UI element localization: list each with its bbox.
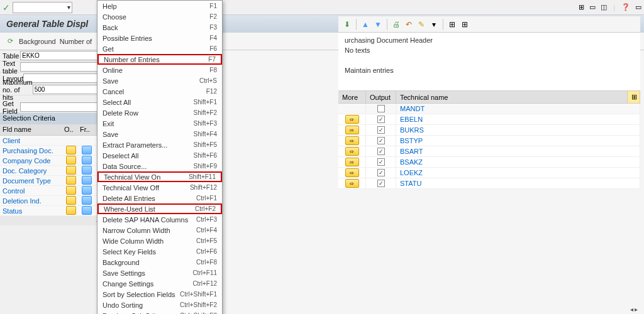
undo-icon[interactable]: ↶ (404, 19, 414, 30)
criteria-row[interactable]: Control (0, 186, 106, 196)
menu-item[interactable]: Number of EntriesF7 (97, 54, 222, 65)
from-icon[interactable] (82, 156, 92, 165)
option-icon[interactable] (66, 146, 76, 154)
menu-item[interactable]: Where-Used ListCtrl+F2 (97, 203, 222, 214)
criteria-row[interactable]: Company Code (0, 156, 106, 166)
number-of-entries-button[interactable]: Number of (60, 38, 92, 45)
table-row[interactable]: ⇨✓STATU (338, 178, 640, 189)
menu-item[interactable]: Wide Column WidthCtrl+F5 (97, 236, 222, 246)
more-button[interactable]: ⇨ (345, 136, 359, 145)
output-checkbox[interactable] (377, 105, 385, 112)
output-checkbox[interactable]: ✓ (377, 169, 385, 176)
table-icon[interactable]: ⊞ (447, 19, 457, 30)
output-checkbox[interactable]: ✓ (377, 137, 385, 144)
menu-item[interactable]: SaveShift+F4 (97, 129, 222, 139)
from-icon[interactable] (82, 176, 92, 185)
menu-item[interactable]: Technical View OnShift+F11 (97, 171, 222, 182)
from-icon[interactable] (82, 146, 92, 154)
criteria-row[interactable]: Doc. Category (0, 166, 106, 176)
option-icon[interactable] (66, 186, 76, 195)
criteria-scroll[interactable]: ◂▸ (0, 216, 106, 225)
menu-item[interactable]: Sort by Selection FieldsCtrl+Shift+F1 (97, 289, 222, 300)
menu-item[interactable]: Data Source...Shift+F9 (97, 161, 222, 171)
sort-desc-icon[interactable]: ▼ (373, 19, 383, 30)
menu-item[interactable]: OnlineF8 (97, 65, 222, 75)
menu-item[interactable]: Select AllShift+F1 (97, 97, 222, 107)
more-button[interactable]: ⇨ (345, 158, 359, 166)
refresh-icon[interactable]: ⟳ (5, 36, 15, 46)
print-icon[interactable]: 🖨 (391, 19, 401, 30)
menu-item[interactable]: Narrow Column WidthCtrl+F4 (97, 225, 222, 236)
from-icon[interactable] (82, 196, 92, 205)
more-button[interactable]: ⇨ (345, 126, 359, 134)
menu-item[interactable]: Technical View OffShift+F12 (97, 182, 222, 193)
menu-item[interactable]: ExitShift+F3 (97, 118, 222, 129)
more-button[interactable]: ⇨ (345, 147, 359, 156)
col-tech[interactable]: Technical name (396, 91, 628, 103)
menu-item[interactable]: BackF3 (97, 22, 222, 33)
option-icon[interactable] (66, 206, 76, 215)
menu-item[interactable]: Deselect AllShift+F6 (97, 150, 222, 161)
more-button[interactable]: ⇨ (345, 179, 359, 188)
col-output[interactable]: Output (366, 91, 396, 103)
menu-item[interactable]: Delete All EntriesCtrl+F1 (97, 193, 222, 203)
output-checkbox[interactable]: ✓ (377, 116, 385, 123)
criteria-row[interactable]: Client (0, 136, 106, 146)
menu-item[interactable]: Save SettingsCtrl+F11 (97, 268, 222, 278)
from-icon[interactable] (82, 186, 92, 195)
transaction-dropdown[interactable] (13, 2, 72, 13)
dropdown-icon[interactable]: ▾ (429, 19, 439, 30)
getfield-input[interactable] (20, 102, 104, 112)
window-icon[interactable]: ▭ (589, 3, 596, 11)
criteria-row[interactable]: Deletion Ind. (0, 196, 106, 206)
table-row[interactable]: ⇨✓EBELN (338, 114, 640, 125)
more-button[interactable]: ⇨ (345, 168, 359, 177)
menu-item[interactable]: ChooseF2 (97, 11, 222, 22)
pencil-icon[interactable]: ✎ (416, 19, 426, 30)
bottom-scroll[interactable]: ◂▸ (629, 305, 639, 314)
texttable-input[interactable] (20, 62, 104, 72)
window-layout-icon[interactable]: ⊞ (579, 3, 584, 11)
option-icon[interactable] (66, 196, 76, 205)
export-icon[interactable]: ⬇ (342, 19, 352, 30)
menu-item[interactable]: Extract Parameters...Shift+F5 (97, 139, 222, 150)
settings-icon[interactable]: ▭ (635, 3, 641, 11)
menu-item[interactable]: Select Key FieldsCtrl+F6 (97, 246, 222, 257)
output-checkbox[interactable]: ✓ (377, 158, 385, 166)
table-row[interactable]: ⇨✓LOEKZ (338, 168, 640, 178)
col-more[interactable]: More (338, 91, 366, 103)
menu-item[interactable]: Undo SortingCtrl+Shift+F2 (97, 300, 222, 310)
menu-item[interactable]: HelpF1 (97, 1, 222, 11)
col-config-icon[interactable]: ⊞ (628, 91, 640, 103)
background-button[interactable]: Background (19, 38, 56, 45)
more-button[interactable]: ⇨ (345, 115, 359, 124)
option-icon[interactable] (66, 176, 76, 185)
menu-item[interactable]: GetF6 (97, 43, 222, 54)
output-checkbox[interactable]: ✓ (377, 148, 385, 155)
criteria-row[interactable]: Purchasing Doc. (0, 146, 106, 156)
output-checkbox[interactable]: ✓ (377, 180, 385, 187)
columns-icon[interactable]: ⊞ (460, 19, 470, 30)
output-checkbox[interactable]: ✓ (377, 126, 385, 134)
criteria-row[interactable]: Document Type (0, 176, 106, 186)
menu-item[interactable]: Previous Sel. Crit.Ctrl+Shift+F3 (97, 310, 222, 314)
table-row[interactable]: ⇨✓BSTYP (338, 136, 640, 146)
menu-item[interactable]: BackgroundCtrl+F8 (97, 257, 222, 268)
menu-item[interactable]: Delete RowShift+F2 (97, 107, 222, 118)
option-icon[interactable] (66, 166, 76, 175)
from-icon[interactable] (82, 206, 92, 215)
menu-item[interactable]: Possible EntriesF4 (97, 33, 222, 43)
criteria-row[interactable]: Status (0, 206, 106, 216)
sort-asc-icon[interactable]: ▲ (360, 19, 370, 30)
layout-input[interactable] (23, 73, 107, 83)
split-icon[interactable]: ◫ (601, 3, 607, 11)
option-icon[interactable] (66, 156, 76, 165)
from-icon[interactable] (82, 166, 92, 175)
menu-item[interactable]: SaveCtrl+S (97, 75, 222, 86)
table-row[interactable]: ⇨✓BSART (338, 146, 640, 157)
table-input[interactable] (20, 51, 104, 60)
help-icon[interactable]: ❓ (621, 3, 630, 11)
table-row[interactable]: MANDT (338, 104, 640, 114)
table-row[interactable]: ⇨✓BUKRS (338, 125, 640, 136)
menu-item[interactable]: CancelF12 (97, 86, 222, 97)
